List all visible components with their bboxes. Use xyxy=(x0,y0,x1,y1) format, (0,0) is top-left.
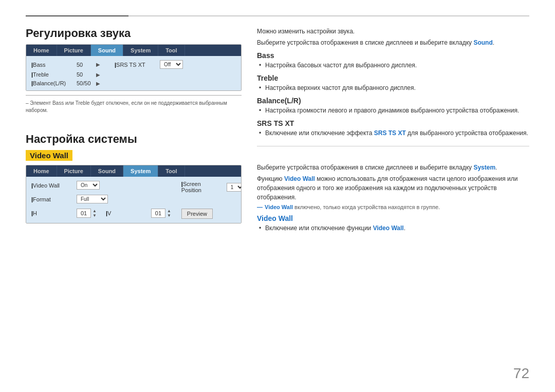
video-wall-select[interactable]: On Off xyxy=(77,181,100,190)
sys-nav-picture[interactable]: Picture xyxy=(57,165,91,177)
v-value: 01 xyxy=(151,209,165,218)
lower-intro1-suffix: . xyxy=(495,164,497,171)
h-down-arrow[interactable]: ▼ xyxy=(92,214,97,218)
srs-subsection-title: SRS TS XT xyxy=(257,119,529,127)
treble-bullet: Настройка верхних частот для выбранного … xyxy=(257,83,529,92)
preview-button[interactable]: Preview xyxy=(181,209,213,219)
right-intro1: Можно изменить настройки звука. xyxy=(257,27,529,36)
srs-subsection: SRS TS XT Включение или отключение эффек… xyxy=(257,119,529,138)
panel-row-balance: |Balance(L/R) 50/50 ▶ xyxy=(31,80,236,86)
video-wall-intro-link: Video Wall xyxy=(284,175,315,182)
system-panel-rows: |Video Wall On Off |Format Full xyxy=(31,181,236,219)
right-separator xyxy=(257,146,529,146)
balance-arrow[interactable]: ▶ xyxy=(96,81,100,86)
nav-tab-sound[interactable]: Sound xyxy=(91,45,123,56)
bass-arrow[interactable]: ▶ xyxy=(96,62,100,67)
bass-subsection: Bass Настройка басовых частот для выбран… xyxy=(257,51,529,70)
screen-pos-label: |Screen Position xyxy=(181,181,223,193)
v-down-arrow[interactable]: ▼ xyxy=(167,214,171,218)
video-wall-note-link: Video Wall xyxy=(265,204,293,210)
srs-select[interactable]: Off On xyxy=(160,60,183,69)
right-column: Можно изменить настройки звука. Выберите… xyxy=(257,27,529,377)
video-wall-subsection: Video Wall Включение или отключение функ… xyxy=(257,214,529,233)
balance-subsection-title: Balance(L/R) xyxy=(257,97,529,105)
h-label: |H xyxy=(31,210,72,216)
sys-nav-system[interactable]: System xyxy=(123,165,158,177)
sound-section: Регулировка звука Home Picture Sound Sys… xyxy=(26,27,242,114)
system-panel: Home Picture Sound System Tool |Video Wa… xyxy=(26,165,242,223)
sys-nav-sound[interactable]: Sound xyxy=(91,165,123,177)
video-wall-row-label: |Video Wall xyxy=(31,182,72,189)
sound-panel-body: |Bass 50 ▶ |SRS TS XT Off On |Treble 50 xyxy=(26,56,241,90)
sound-note-text: – Элемент Bass или Treble будет отключен… xyxy=(26,100,227,113)
v-up-arrow[interactable]: ▲ xyxy=(167,209,171,213)
top-line xyxy=(26,15,529,16)
bass-label: |Bass xyxy=(31,62,72,68)
row-h-v: |H 01 ▲ ▼ |V xyxy=(31,209,171,218)
srs-link: SRS TS XT xyxy=(374,129,406,137)
row-format: |Format Full Natural xyxy=(31,195,171,203)
v-stepper[interactable]: 01 ▲ ▼ xyxy=(151,209,171,218)
nav-tab-system[interactable]: System xyxy=(123,45,158,56)
lower-intro2-prefix: Функцию xyxy=(257,175,284,182)
v-arrows[interactable]: ▲ ▼ xyxy=(167,209,171,218)
right-upper: Можно изменить настройки звука. Выберите… xyxy=(257,27,529,138)
screen-pos-select[interactable]: 1 2 xyxy=(227,183,242,192)
balance-subsection: Balance(L/R) Настройка громкости левого … xyxy=(257,97,529,115)
video-wall-highlight-label: Video Wall xyxy=(26,150,72,161)
right-lower-intro2: Функцию Video Wall можно использовать дл… xyxy=(257,174,529,202)
vw-bullet-prefix: Включение или отключение функции xyxy=(265,225,373,232)
system-panel-right-col: |Screen Position 1 2 Preview xyxy=(181,181,242,219)
page-container: Регулировка звука Home Picture Sound Sys… xyxy=(0,0,555,392)
lower-intro1-prefix: Выберите устройства отображения в списке… xyxy=(257,164,473,171)
format-label: |Format xyxy=(31,196,72,202)
note-dash: — xyxy=(257,204,263,210)
sys-nav-tool[interactable]: Tool xyxy=(158,165,184,177)
sound-link: Sound xyxy=(473,39,492,46)
h-up-arrow[interactable]: ▲ xyxy=(92,209,97,213)
system-panel-left-col: |Video Wall On Off |Format Full xyxy=(31,181,171,219)
srs-label: |SRS TS XT xyxy=(115,62,156,68)
system-panel-nav: Home Picture Sound System Tool xyxy=(26,165,241,177)
nav-tab-home[interactable]: Home xyxy=(26,45,57,56)
sound-section-title: Регулировка звука xyxy=(26,27,242,40)
video-wall-subsection-title: Video Wall xyxy=(257,214,529,222)
bass-subsection-title: Bass xyxy=(257,51,529,60)
video-wall-bullet: Включение или отключение функции Video W… xyxy=(257,223,529,233)
bass-bullet: Настройка басовых частот для выбранного … xyxy=(257,61,529,70)
h-stepper[interactable]: 01 ▲ ▼ xyxy=(77,209,97,218)
panel-row-treble: |Treble 50 ▶ xyxy=(31,71,236,78)
vw-bullet-suffix: . xyxy=(404,225,405,232)
right-intro2-prefix: Выберите устройства отображения в списке… xyxy=(257,39,473,46)
row-screen-position: |Screen Position 1 2 xyxy=(181,181,242,193)
sound-panel-nav: Home Picture Sound System Tool xyxy=(26,45,241,56)
treble-arrow[interactable]: ▶ xyxy=(96,72,100,78)
note-suffix: включено, только когда устройства находя… xyxy=(293,204,440,210)
sound-note: – Элемент Bass или Treble будет отключен… xyxy=(26,100,242,114)
page-number: 72 xyxy=(513,365,529,382)
bass-value: 50 xyxy=(77,62,92,68)
nav-tab-picture[interactable]: Picture xyxy=(57,45,91,56)
right-lower-intro1: Выберите устройства отображения в списке… xyxy=(257,163,529,172)
right-intro2-suffix: . xyxy=(493,39,494,46)
treble-subsection: Treble Настройка верхних частот для выбр… xyxy=(257,74,529,92)
nav-tab-tool[interactable]: Tool xyxy=(158,45,184,56)
format-select[interactable]: Full Natural xyxy=(77,195,108,203)
right-intro2: Выберите устройства отображения в списке… xyxy=(257,38,529,47)
row-preview: Preview xyxy=(181,209,242,219)
row-video-wall: |Video Wall On Off xyxy=(31,181,171,190)
vw-bullet-link: Video Wall xyxy=(373,225,404,232)
sys-nav-home[interactable]: Home xyxy=(26,165,57,177)
sound-divider xyxy=(26,95,242,96)
right-lower: Выберите устройства отображения в списке… xyxy=(257,163,529,233)
h-arrows[interactable]: ▲ ▼ xyxy=(92,209,97,218)
system-section-title: Настройка системы xyxy=(26,133,242,146)
v-label: |V xyxy=(106,210,147,216)
treble-label: |Treble xyxy=(31,71,72,78)
treble-subsection-title: Treble xyxy=(257,74,529,82)
system-link: System xyxy=(473,164,495,171)
h-value: 01 xyxy=(77,209,91,218)
panel-row-bass: |Bass 50 ▶ |SRS TS XT Off On xyxy=(31,60,236,69)
treble-value: 50 xyxy=(77,71,92,78)
balance-bullet: Настройка громкости левого и правого дин… xyxy=(257,106,529,115)
